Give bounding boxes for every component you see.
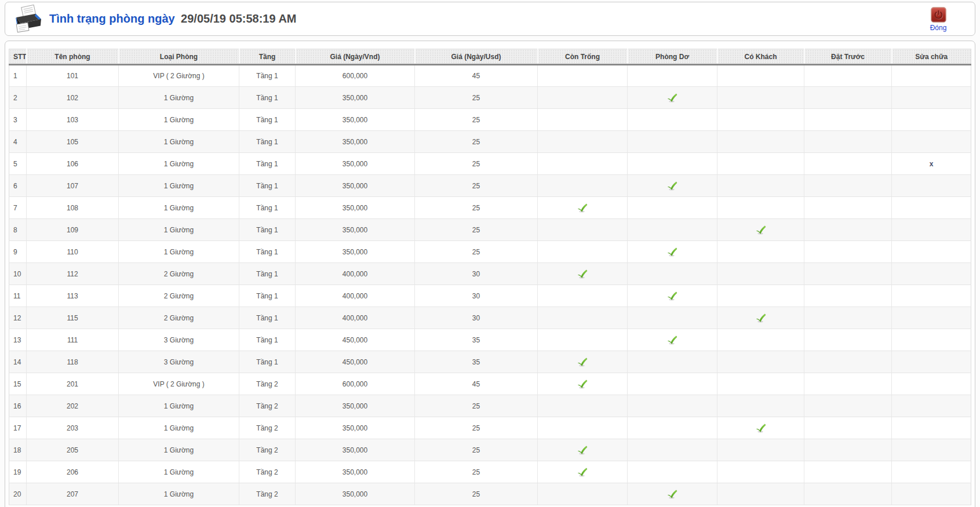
table-row: 31031 GiườngTầng 1350,00025 <box>9 109 971 131</box>
room-type-cell: 1 Giường <box>119 175 239 197</box>
price-vnd-cell: 350,000 <box>296 483 415 505</box>
floor-cell: Tầng 1 <box>239 285 296 307</box>
col-header-price-usd: Giá (Ngày/Usd) <box>415 49 538 65</box>
room-type-cell: VIP ( 2 Giường ) <box>119 373 239 395</box>
table-row: 101122 GiườngTầng 1400,00030 <box>9 263 971 285</box>
dirty-status-cell <box>628 65 717 87</box>
room-name-cell: 205 <box>27 439 119 461</box>
reserved-status-cell <box>804 153 892 175</box>
vacant-status-cell <box>538 329 628 351</box>
stt-cell: 15 <box>9 373 27 395</box>
price-vnd-cell: 350,000 <box>296 219 415 241</box>
room-name-cell: 107 <box>27 175 119 197</box>
repair-status-cell <box>892 241 971 263</box>
reserved-status-cell <box>804 263 892 285</box>
room-name-cell: 106 <box>27 153 119 175</box>
vacant-status-cell <box>538 417 628 439</box>
check-icon <box>577 380 588 389</box>
repair-status-cell: x <box>892 153 971 175</box>
repair-status-cell <box>892 109 971 131</box>
room-name-cell: 115 <box>27 307 119 329</box>
table-row: 121152 GiườngTầng 1400,00030 <box>9 307 971 329</box>
stt-cell: 14 <box>9 351 27 373</box>
vacant-status-cell <box>538 351 628 373</box>
reserved-status-cell <box>804 175 892 197</box>
occupied-status-cell <box>717 263 804 285</box>
power-icon[interactable] <box>931 7 946 23</box>
reserved-status-cell <box>804 241 892 263</box>
repair-status-cell <box>892 307 971 329</box>
col-header-price-vnd: Giá (Ngày/Vnd) <box>296 49 415 65</box>
price-usd-cell: 25 <box>415 197 538 219</box>
price-usd-cell: 25 <box>415 417 538 439</box>
room-type-cell: 2 Giường <box>119 263 239 285</box>
price-vnd-cell: 400,000 <box>296 307 415 329</box>
table-row: 202071 GiườngTầng 2350,00025 <box>9 483 971 505</box>
col-header-vacant: Còn Trống <box>538 49 628 65</box>
price-usd-cell: 45 <box>415 373 538 395</box>
repair-status-cell <box>892 219 971 241</box>
floor-cell: Tầng 1 <box>239 307 296 329</box>
table-row: 81091 GiườngTầng 1350,00025 <box>9 219 971 241</box>
vacant-status-cell <box>538 219 628 241</box>
stt-cell: 4 <box>9 131 27 153</box>
check-icon <box>666 335 678 345</box>
price-vnd-cell: 350,000 <box>296 87 415 109</box>
check-icon <box>755 313 767 323</box>
dirty-status-cell <box>628 351 717 373</box>
room-name-cell: 113 <box>27 285 119 307</box>
reserved-status-cell <box>804 285 892 307</box>
room-table-body: 1101VIP ( 2 Giường )Tầng 1600,0004521021… <box>9 65 971 505</box>
dirty-status-cell <box>628 483 717 505</box>
stt-cell: 18 <box>9 439 27 461</box>
price-vnd-cell: 350,000 <box>296 153 415 175</box>
occupied-status-cell <box>717 65 804 87</box>
repair-status-cell <box>892 263 971 285</box>
table-row: 111132 GiườngTầng 1400,00030 <box>9 285 971 307</box>
reserved-status-cell <box>804 87 892 109</box>
stt-cell: 8 <box>9 219 27 241</box>
dirty-status-cell <box>628 461 717 483</box>
dirty-status-cell <box>628 285 717 307</box>
stt-cell: 11 <box>9 285 27 307</box>
room-type-cell: 3 Giường <box>119 351 239 373</box>
vacant-status-cell <box>538 175 628 197</box>
col-header-stt: STT <box>9 49 27 65</box>
table-row: 162021 GiườngTầng 2350,00025 <box>9 395 971 417</box>
vacant-status-cell <box>538 241 628 263</box>
vacant-status-cell <box>538 197 628 219</box>
table-row: 61071 GiườngTầng 1350,00025 <box>9 175 971 197</box>
vacant-status-cell <box>538 483 628 505</box>
reserved-status-cell <box>804 483 892 505</box>
price-usd-cell: 25 <box>415 241 538 263</box>
close-button[interactable]: Đóng <box>928 7 948 32</box>
floor-cell: Tầng 2 <box>239 373 296 395</box>
floor-cell: Tầng 1 <box>239 109 296 131</box>
col-header-occupied: Có Khách <box>717 49 804 65</box>
floor-cell: Tầng 1 <box>239 329 296 351</box>
price-usd-cell: 30 <box>415 285 538 307</box>
printer-icon[interactable] <box>11 5 46 34</box>
room-name-cell: 109 <box>27 219 119 241</box>
table-row: 41051 GiườngTầng 1350,00025 <box>9 131 971 153</box>
vacant-status-cell <box>538 395 628 417</box>
stt-cell: 17 <box>9 417 27 439</box>
check-icon <box>666 490 678 499</box>
price-usd-cell: 25 <box>415 219 538 241</box>
stt-cell: 16 <box>9 395 27 417</box>
reserved-status-cell <box>804 351 892 373</box>
reserved-status-cell <box>804 395 892 417</box>
price-usd-cell: 25 <box>415 439 538 461</box>
table-row: 15201VIP ( 2 Giường )Tầng 2600,00045 <box>9 373 971 395</box>
price-vnd-cell: 350,000 <box>296 131 415 153</box>
check-icon <box>755 225 767 235</box>
repair-status-cell <box>892 395 971 417</box>
dirty-status-cell <box>628 175 717 197</box>
occupied-status-cell <box>717 307 804 329</box>
repair-mark: x <box>930 160 934 168</box>
room-type-cell: 1 Giường <box>119 131 239 153</box>
repair-status-cell <box>892 483 971 505</box>
floor-cell: Tầng 2 <box>239 483 296 505</box>
check-icon <box>666 93 678 103</box>
stt-cell: 20 <box>9 483 27 505</box>
